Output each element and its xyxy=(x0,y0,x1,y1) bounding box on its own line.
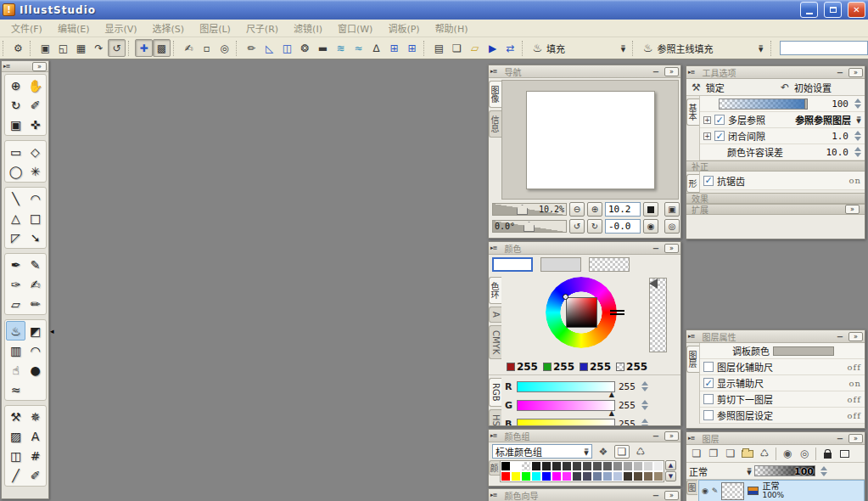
menu-item[interactable]: 图层(L) xyxy=(192,20,238,37)
menu-item[interactable]: 帮助(H) xyxy=(428,20,476,37)
grid-coarse-icon[interactable]: ⊞ xyxy=(403,39,421,57)
marker-tool[interactable]: ✏ xyxy=(25,294,45,313)
color-swatch[interactable] xyxy=(501,461,511,471)
decoration-tool[interactable]: ◠ xyxy=(25,341,45,360)
color-swatch[interactable] xyxy=(541,471,552,481)
mesh-tool[interactable]: # xyxy=(25,446,45,465)
menu-item[interactable]: 显示(V) xyxy=(97,20,144,37)
layer-select-tool[interactable]: ▣ xyxy=(6,115,25,134)
stroke2-tool[interactable]: ✐ xyxy=(25,465,45,485)
text-tool[interactable]: A xyxy=(25,426,45,446)
property-checkbox[interactable] xyxy=(703,394,714,404)
palette-collapse-arrow[interactable]: ◂ xyxy=(50,327,54,335)
color-swatch[interactable] xyxy=(582,471,592,481)
airbrush-tool[interactable]: ✍ xyxy=(25,274,45,294)
panel-menu-icon[interactable]: ▸≡ xyxy=(490,68,496,75)
menu-item[interactable]: 选择(S) xyxy=(145,20,193,37)
panel-expand-button[interactable]: » xyxy=(664,67,679,76)
panel-expand-button[interactable]: » xyxy=(848,332,863,341)
new-raster-layer-icon[interactable]: ❐ xyxy=(706,447,721,461)
panel-menu-icon[interactable]: ▸≡ xyxy=(688,69,694,76)
close-button[interactable]: ✕ xyxy=(848,2,865,18)
play-icon[interactable]: ▶ xyxy=(484,39,501,57)
panel-minimize-icon[interactable]: − xyxy=(650,67,662,76)
red-spinner[interactable] xyxy=(641,381,648,391)
initial-settings-button[interactable]: ↶ 初始设置 xyxy=(776,81,865,94)
toolbar-grip[interactable] xyxy=(236,41,239,56)
alpha-bar[interactable] xyxy=(649,278,667,352)
flip-rotate-icon[interactable]: ↺ xyxy=(108,39,126,57)
dark-zoom-tool[interactable]: ● xyxy=(25,360,45,380)
tab-cmyk[interactable]: CMYK xyxy=(489,325,501,359)
new-vector-layer-icon[interactable]: ❏ xyxy=(723,447,738,461)
lock-settings-button[interactable]: ⚒ 锁定 xyxy=(686,81,776,94)
sub-color-swatch[interactable] xyxy=(540,257,581,272)
lasso-tool[interactable]: ◯ xyxy=(6,161,25,181)
color-group-select[interactable]: 标准颜色组 ≡▼ xyxy=(492,444,592,459)
color-swatch[interactable] xyxy=(623,471,633,481)
anchor-edit-tool[interactable]: ➘ xyxy=(25,228,45,247)
close-gap-checkbox[interactable] xyxy=(714,131,725,141)
eyedropper-tool[interactable]: ✐ xyxy=(25,95,45,115)
green-spinner[interactable] xyxy=(641,400,648,410)
color-swatch[interactable] xyxy=(623,461,633,471)
tab-shape[interactable]: 形 xyxy=(686,174,699,193)
zoom-out-button[interactable]: ⊖ xyxy=(569,202,585,217)
main-color-swatch[interactable] xyxy=(492,257,533,272)
menu-item[interactable]: 尺子(R) xyxy=(238,20,286,37)
layer-row[interactable]: ◉ ✎ 正常 100% xyxy=(698,480,865,501)
spray-tool[interactable]: ✵ xyxy=(25,407,45,426)
panel-expand-button[interactable]: » xyxy=(664,491,679,500)
property-checkbox[interactable] xyxy=(703,410,714,420)
color-swatch[interactable] xyxy=(592,461,602,471)
delete-layer-icon[interactable]: ♺ xyxy=(757,447,772,461)
color-swatch[interactable] xyxy=(531,471,541,481)
color-swatch[interactable] xyxy=(562,461,572,471)
color-swatch[interactable] xyxy=(643,461,653,471)
eye-icon[interactable]: ◉ xyxy=(702,487,708,495)
saturation-value-square[interactable] xyxy=(566,297,597,328)
panel-minimize-icon[interactable]: − xyxy=(650,244,662,253)
tab-color-wheel[interactable]: 色环 xyxy=(489,277,501,304)
stamp-tool[interactable]: ⚒ xyxy=(6,407,25,426)
panel-expand-button[interactable]: » xyxy=(848,68,863,77)
rotate-slider-handle[interactable] xyxy=(524,222,535,232)
gradient-tool[interactable]: ▥ xyxy=(6,341,25,360)
expand-box-icon[interactable] xyxy=(703,116,711,124)
layer-opacity-spinner[interactable] xyxy=(820,466,827,476)
transparent-color-swatch[interactable] xyxy=(589,257,630,272)
toolbar-grip[interactable] xyxy=(632,41,635,56)
tab-info[interactable]: 信息 xyxy=(489,110,501,138)
marquee-tool[interactable]: ▭ xyxy=(6,142,25,161)
color-swatch[interactable] xyxy=(613,461,623,471)
perspective-ruler-icon[interactable]: ∆ xyxy=(367,39,385,57)
navigation-preview[interactable] xyxy=(501,80,679,200)
folder-icon[interactable]: ▱ xyxy=(466,39,484,57)
finger-tool[interactable]: ☝ xyxy=(6,360,25,380)
grid-fine-icon[interactable]: ⊞ xyxy=(385,39,403,57)
fit-window-icon[interactable]: ◱ xyxy=(54,39,72,57)
rotate-ccw-button[interactable]: ↺ xyxy=(569,219,585,234)
palette-color-swatch[interactable] xyxy=(773,346,834,356)
curve-ruler-icon[interactable]: ≈ xyxy=(350,39,367,57)
settings-icon[interactable]: ⚙ xyxy=(9,39,27,57)
panel-menu-icon[interactable]: ▸≡ xyxy=(3,63,9,70)
mask-icon[interactable]: ◉ xyxy=(780,447,795,461)
panel-menu-icon[interactable]: ▸≡ xyxy=(688,435,694,442)
color-swatch[interactable] xyxy=(653,471,664,481)
panel-menu-icon[interactable]: ▸≡ xyxy=(688,333,694,340)
reference-fill-dropdown[interactable]: ♨ 参照主线填充 ≡▼ xyxy=(639,39,768,57)
blend-tool[interactable]: ≈ xyxy=(6,380,25,399)
toolbar-grip[interactable] xyxy=(3,41,6,56)
property-checkbox[interactable] xyxy=(703,362,714,372)
toolbar-grip[interactable] xyxy=(423,41,427,56)
rotate-slider[interactable]: 0.0° xyxy=(492,220,567,233)
menu-item[interactable]: 编辑(E) xyxy=(50,20,98,37)
panel-expand-button[interactable]: » xyxy=(664,244,679,253)
panel-menu-icon[interactable]: ▸≡ xyxy=(490,492,496,498)
line-tool-icon[interactable]: ✏ xyxy=(243,39,260,57)
toolbar-grip[interactable] xyxy=(522,41,524,56)
hue-marker[interactable] xyxy=(610,310,624,315)
pattern-overlay-icon[interactable]: ✚ xyxy=(135,39,153,57)
color-swatch[interactable] xyxy=(521,471,531,481)
